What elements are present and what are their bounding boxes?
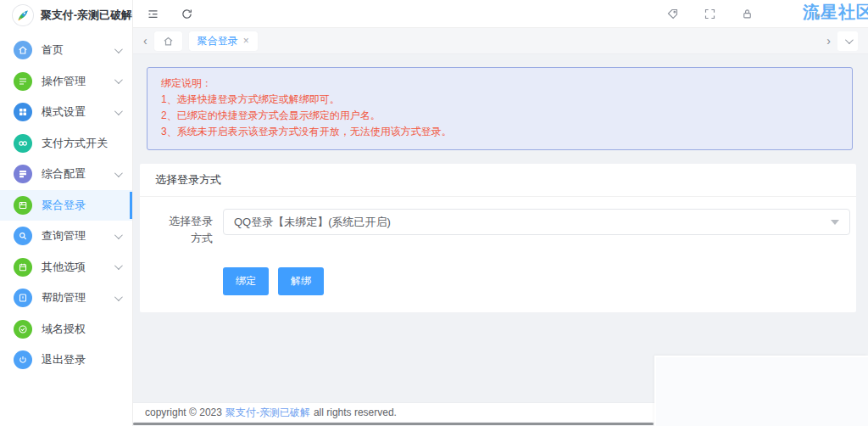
select-login-method-label: 选择登录方式 — [159, 209, 213, 247]
login-icon — [14, 196, 32, 215]
fold-sidebar-icon[interactable] — [145, 6, 160, 21]
watermark: 流星社区 — [803, 1, 868, 24]
binding-instructions-alert: 绑定说明： 1、选择快捷登录方式绑定或解绑即可。 2、已绑定的快捷登录方式会显示… — [147, 67, 853, 150]
lock-icon[interactable] — [739, 6, 754, 21]
fullscreen-icon[interactable] — [702, 6, 717, 21]
scrollbar-thumb[interactable] — [133, 423, 654, 425]
sidebar: 聚支付-亲测已破解 首页 操作管理 模式设置 — [0, 0, 133, 426]
sidebar-item-aggregate-login[interactable]: 聚合登录 — [0, 190, 132, 221]
login-method-card: 选择登录方式 选择登录方式 QQ登录【未绑定】(系统已开启) 绑定 解绑 — [140, 164, 856, 312]
unbind-button[interactable]: 解绑 — [278, 267, 324, 295]
action-buttons: 绑定 解绑 — [223, 267, 856, 295]
sidebar-item-domain-auth[interactable]: 域名授权 — [0, 314, 132, 345]
sidebar-item-query[interactable]: 查询管理 — [0, 221, 132, 252]
chevron-down-icon — [114, 169, 123, 177]
alert-line: 1、选择快捷登录方式绑定或解绑即可。 — [161, 92, 838, 108]
sidebar-item-label: 其他选项 — [42, 260, 86, 275]
tabs-dropdown-button[interactable] — [837, 31, 858, 51]
brand-link[interactable]: 聚支付-亲测已破解 — [225, 406, 310, 420]
top-bar — [133, 0, 868, 28]
app-title: 聚支付-亲测已破解 — [41, 8, 132, 23]
list-icon — [14, 72, 32, 91]
alert-line: 绑定说明： — [161, 76, 838, 92]
power-icon — [14, 350, 32, 369]
sidebar-item-mode-settings[interactable]: 模式设置 — [0, 97, 132, 128]
sidebar-item-other-options[interactable]: 其他选项 — [0, 252, 132, 283]
tabs-scroll-left-icon[interactable]: ‹ — [143, 35, 147, 47]
sidebar-item-label: 聚合登录 — [42, 198, 86, 213]
sidebar-item-home[interactable]: 首页 — [0, 35, 132, 66]
sidebar-item-label: 查询管理 — [42, 228, 86, 244]
chevron-down-icon — [114, 231, 123, 239]
home-icon — [14, 41, 32, 59]
login-method-form-row: 选择登录方式 QQ登录【未绑定】(系统已开启) — [140, 197, 856, 247]
sidebar-item-label: 域名授权 — [42, 322, 86, 337]
stack-icon — [14, 165, 32, 183]
app-window: 聚支付-亲测已破解 首页 操作管理 模式设置 — [0, 0, 868, 426]
page-content: 绑定说明： 1、选择快捷登录方式绑定或解绑即可。 2、已绑定的快捷登录方式会显示… — [133, 54, 868, 402]
card-title: 选择登录方式 — [140, 164, 856, 197]
app-logo: 聚支付-亲测已破解 — [0, 0, 132, 31]
tab-label: 聚合登录 — [198, 34, 238, 48]
main-area: ‹ 聚合登录 × › 绑定说明： 1、选择快捷登录方式绑定或解绑即可。 2、已绑… — [133, 0, 868, 426]
sidebar-item-label: 首页 — [42, 42, 64, 58]
tab-aggregate-login[interactable]: 聚合登录 × — [189, 31, 258, 51]
tag-icon[interactable] — [665, 6, 680, 21]
bind-button[interactable]: 绑定 — [223, 267, 269, 295]
home-icon — [163, 36, 174, 47]
sidebar-item-label: 退出登录 — [42, 352, 86, 367]
chevron-down-icon — [114, 261, 123, 270]
sidebar-item-help[interactable]: 帮助管理 — [0, 283, 132, 314]
sidebar-item-logout[interactable]: 退出登录 — [0, 345, 132, 376]
rocket-icon — [12, 4, 34, 26]
search-icon — [14, 227, 32, 245]
copyright-prefix: copyright © 2023 — [145, 406, 222, 418]
refresh-icon[interactable] — [179, 6, 194, 21]
chevron-down-icon — [114, 107, 123, 115]
chevron-down-icon — [114, 293, 123, 301]
sidebar-item-label: 综合配置 — [42, 166, 86, 182]
help-icon — [14, 289, 32, 307]
switch-icon — [14, 134, 32, 153]
sidebar-item-general-config[interactable]: 综合配置 — [0, 159, 132, 190]
tabs-scroll-right-icon[interactable]: › — [826, 35, 831, 47]
alert-line: 3、系统未开启表示该登录方式没有开放，无法使用该方式登录。 — [161, 124, 838, 140]
copyright-suffix: all rights reserved. — [314, 406, 397, 418]
chevron-down-icon — [844, 36, 853, 44]
sidebar-item-label: 操作管理 — [42, 74, 86, 89]
sidebar-item-label: 模式设置 — [42, 104, 86, 120]
login-method-select[interactable]: QQ登录【未绑定】(系统已开启) — [223, 209, 850, 235]
selected-option: QQ登录【未绑定】(系统已开启) — [234, 215, 831, 230]
close-icon[interactable]: × — [243, 35, 249, 47]
sidebar-item-operations[interactable]: 操作管理 — [0, 66, 132, 98]
sidebar-menu: 首页 操作管理 模式设置 支付方式 — [0, 31, 132, 376]
check-icon — [14, 320, 32, 339]
select-caret-icon — [831, 220, 839, 225]
alert-line: 2、已绑定的快捷登录方式会显示绑定的用户名。 — [161, 108, 838, 124]
tab-home[interactable] — [154, 31, 182, 51]
grid-icon — [14, 103, 32, 121]
sidebar-item-payment-switch[interactable]: 支付方式开关 — [0, 128, 132, 160]
tab-bar: ‹ 聚合登录 × › — [133, 28, 868, 54]
bottom-right-overlay-panel — [654, 356, 868, 426]
sidebar-item-label: 帮助管理 — [42, 290, 86, 305]
sidebar-item-label: 支付方式开关 — [42, 136, 108, 151]
chevron-down-icon — [114, 76, 123, 84]
chevron-down-icon — [114, 45, 123, 53]
clipboard-icon — [14, 258, 32, 277]
